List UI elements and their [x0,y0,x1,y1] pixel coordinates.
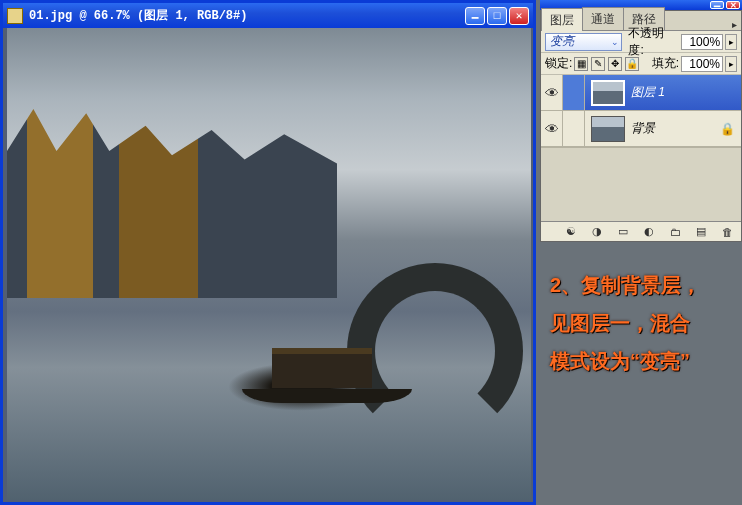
layers-list: 👁 图层 1 👁 背景 🔒 [541,75,741,221]
lock-icon: 🔒 [720,122,735,136]
image-preview [7,28,531,500]
link-layers-icon[interactable]: ☯ [563,225,579,239]
layer-name[interactable]: 图层 1 [631,84,665,101]
layer-row[interactable]: 👁 背景 🔒 [541,111,741,147]
fill-arrow-button[interactable]: ▸ [725,56,737,72]
document-icon [7,8,23,24]
lock-label: 锁定: [545,55,572,72]
link-column[interactable] [563,111,585,146]
layer-style-icon[interactable]: ◑ [589,225,605,239]
blend-mode-select[interactable]: 变亮 ⌄ [545,33,622,51]
tab-channels[interactable]: 通道 [582,7,624,30]
blend-opacity-row: 变亮 ⌄ 不透明度: 100% ▸ [541,31,741,53]
lock-position-icon[interactable]: ✥ [608,57,622,71]
fill-input[interactable]: 100% [681,56,723,72]
visibility-toggle[interactable]: 👁 [541,111,563,146]
layers-empty-area [541,147,741,217]
eye-icon: 👁 [545,121,559,137]
new-group-icon[interactable]: 🗀 [667,225,683,239]
fill-value: 100% [689,57,720,71]
canvas-area[interactable] [3,28,533,502]
opacity-arrow-button[interactable]: ▸ [725,34,737,50]
layers-panel-group: 图层 通道 路径 ▸ 变亮 ⌄ 不透明度: 100% ▸ 锁定: ▦ ✎ ✥ 🔒 [540,0,742,242]
panel-menu-icon[interactable]: ▸ [732,19,737,30]
maximize-button[interactable] [487,7,507,25]
layer-thumbnail[interactable] [591,116,625,142]
chevron-down-icon: ⌄ [611,37,619,47]
instruction-line: 模式设为“变亮” [550,342,738,380]
panel-minimize-button[interactable] [710,1,724,9]
fill-label: 填充: [652,55,679,72]
document-title: 01.jpg @ 66.7% (图层 1, RGB/8#) [29,7,465,24]
close-button[interactable] [509,7,529,25]
document-titlebar[interactable]: 01.jpg @ 66.7% (图层 1, RGB/8#) [3,3,533,28]
opacity-input[interactable]: 100% [681,34,723,50]
document-window: 01.jpg @ 66.7% (图层 1, RGB/8#) [0,0,536,505]
link-column[interactable] [563,75,585,110]
new-layer-icon[interactable]: ▤ [693,225,709,239]
visibility-toggle[interactable]: 👁 [541,75,563,110]
lock-all-icon[interactable]: 🔒 [625,57,639,71]
lock-transparency-icon[interactable]: ▦ [574,57,588,71]
layer-mask-icon[interactable]: ▭ [615,225,631,239]
lock-pixels-icon[interactable]: ✎ [591,57,605,71]
layer-name[interactable]: 背景 [631,120,655,137]
tab-layers[interactable]: 图层 [541,8,583,31]
blend-mode-value: 变亮 [550,33,574,50]
instruction-text: 2、复制背景层， 见图层一，混合 模式设为“变亮” [550,266,738,380]
layers-panel-footer: ☯ ◑ ▭ ◐ 🗀 ▤ 🗑 [541,221,741,241]
delete-layer-icon[interactable]: 🗑 [719,225,735,239]
lock-fill-row: 锁定: ▦ ✎ ✥ 🔒 填充: 100% ▸ [541,53,741,75]
instruction-line: 2、复制背景层， [550,266,738,304]
instruction-line: 见图层一，混合 [550,304,738,342]
eye-icon: 👁 [545,85,559,101]
layer-thumbnail[interactable] [591,80,625,106]
minimize-button[interactable] [465,7,485,25]
panel-close-button[interactable] [726,1,740,9]
adjustment-layer-icon[interactable]: ◐ [641,225,657,239]
layer-row[interactable]: 👁 图层 1 [541,75,741,111]
opacity-value: 100% [689,35,720,49]
